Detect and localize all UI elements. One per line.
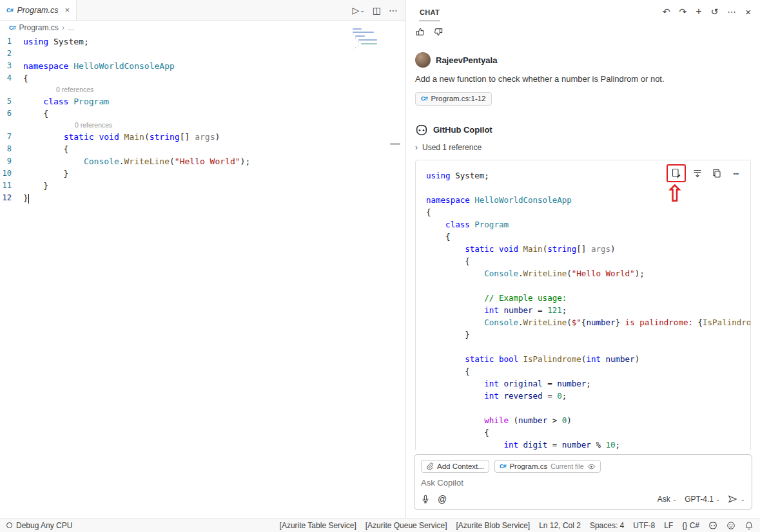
insert-at-cursor-icon[interactable] <box>690 166 705 180</box>
breadcrumb-separator: › <box>62 23 64 32</box>
mention-icon[interactable]: @ <box>438 494 447 504</box>
history-icon[interactable]: ↺ <box>711 7 719 16</box>
references-label: Used 1 reference <box>422 143 482 152</box>
breadcrumb-file[interactable]: Program.cs <box>19 23 59 32</box>
csharp-file-icon: C# <box>9 24 16 31</box>
breadcrumb-symbol[interactable]: ... <box>68 23 74 32</box>
send-icon <box>728 495 738 504</box>
code-line: int reversed = 0; <box>426 390 740 402</box>
add-context-button[interactable]: Add Context... <box>421 460 489 473</box>
chat-input-box[interactable]: Add Context... C# Program.cs Current fil… <box>414 454 752 510</box>
line-number: 11 <box>0 180 23 192</box>
references-toggle[interactable]: › Used 1 reference <box>415 143 751 152</box>
minimap[interactable] <box>353 28 378 51</box>
code-line: 5 class Program <box>0 95 405 108</box>
microphone-icon[interactable] <box>421 495 430 504</box>
code-line: static void Main(string[] args) <box>426 243 740 255</box>
annotation-box <box>667 164 686 182</box>
user-message-text: Add a new function to check whether a nu… <box>415 74 751 84</box>
tab-close-icon[interactable]: × <box>64 5 70 15</box>
code-line: { <box>426 255 740 267</box>
code-line: int digit = number % 10; <box>426 439 740 451</box>
run-chevron-icon: ⌄ <box>360 7 365 14</box>
chat-pane: CHAT ↶ ↷ + ↺ ⋯ × <box>406 0 760 518</box>
split-editor-icon[interactable]: ◫ <box>373 5 381 15</box>
feedback-icon[interactable] <box>726 521 736 530</box>
thumbs-down-icon[interactable] <box>434 27 443 37</box>
csharp-file-icon: C# <box>500 463 507 470</box>
redo-icon[interactable]: ↷ <box>679 7 687 16</box>
code-line <box>426 280 740 292</box>
paperclip-icon <box>426 462 434 470</box>
editor-actions: ▷ ⌄ ◫ ⋯ <box>352 0 405 20</box>
main-area: C# Program.cs × ▷ ⌄ ◫ ⋯ C# Program.cs › … <box>0 0 760 518</box>
input-chips-row: Add Context... C# Program.cs Current fil… <box>421 460 745 473</box>
code-block-more-icon[interactable]: ⋯ <box>728 166 744 180</box>
copilot-message-header: GitHub Copilot <box>415 124 751 137</box>
editor-code-area[interactable]: 1using System;23namespace HelloWorldCons… <box>0 34 405 518</box>
debug-target-icon <box>6 522 12 528</box>
code-block-toolbar: ⋯ <box>667 164 744 182</box>
current-file-chip[interactable]: C# Program.cs Current file <box>494 460 601 473</box>
code-line: { <box>426 426 740 439</box>
thumbs-up-icon[interactable] <box>415 27 425 37</box>
user-avatar <box>415 52 431 68</box>
mode-label: Ask <box>658 495 670 504</box>
line-number: 2 <box>0 48 23 60</box>
eye-icon[interactable] <box>587 462 596 471</box>
run-button[interactable]: ▷ ⌄ <box>352 5 364 15</box>
chat-close-icon[interactable]: × <box>745 7 751 17</box>
new-chat-icon[interactable]: + <box>696 6 701 17</box>
code-line: 7 static void Main(string[] args) <box>0 131 405 143</box>
bell-icon[interactable] <box>745 521 754 530</box>
mode-picker[interactable]: Ask ⌄ <box>658 495 677 504</box>
vscode-window: C# Program.cs × ▷ ⌄ ◫ ⋯ C# Program.cs › … <box>0 0 760 532</box>
status-indentation[interactable]: Spaces: 4 <box>590 521 624 530</box>
chat-input-field[interactable]: Ask Copilot <box>421 478 745 488</box>
user-name: RajeevPentyala <box>436 55 497 65</box>
user-message-header: RajeevPentyala <box>415 52 751 68</box>
line-number: 1 <box>0 35 23 48</box>
tab-program-cs[interactable]: C# Program.cs × <box>0 0 77 20</box>
line-number: 9 <box>0 155 23 167</box>
chat-more-icon[interactable]: ⋯ <box>727 7 736 16</box>
apply-in-editor-icon[interactable] <box>668 166 684 180</box>
line-number: 10 <box>0 167 23 180</box>
status-cursor-position[interactable]: Ln 12, Col 2 <box>539 521 581 530</box>
chat-tab[interactable]: CHAT <box>419 3 440 21</box>
code-line: 8 { <box>0 143 405 155</box>
attachment-chip[interactable]: C# Program.cs:1-12 <box>415 92 492 106</box>
model-picker[interactable]: GPT-4.1 ⌄ <box>685 495 720 504</box>
codelens-references[interactable]: 0 references <box>35 84 405 95</box>
copilot-icon <box>415 124 428 137</box>
copilot-status-icon[interactable] <box>708 521 717 530</box>
run-icon: ▷ <box>352 5 359 15</box>
status-eol[interactable]: LF <box>664 521 673 530</box>
editor-more-icon[interactable]: ⋯ <box>389 5 398 15</box>
send-button[interactable]: ⌄ <box>728 495 745 504</box>
codelens-references[interactable]: 0 references <box>35 120 405 131</box>
code-line: 12} <box>0 192 405 204</box>
code-line: 9 Console.WriteLine("Hello World"); <box>0 155 405 167</box>
debug-target-label: Debug Any CPU <box>16 521 72 530</box>
status-azurite-blob[interactable]: [Azurite Blob Service] <box>456 521 530 530</box>
chat-header: CHAT ↶ ↷ + ↺ ⋯ × <box>406 0 760 23</box>
debug-target-button[interactable]: Debug Any CPU <box>6 521 72 530</box>
status-bar: Debug Any CPU [Azurite Table Service] [A… <box>0 518 760 532</box>
status-azurite-table[interactable]: [Azurite Table Service] <box>280 521 356 530</box>
copy-icon[interactable] <box>709 166 725 180</box>
scrollbar-handle[interactable] <box>390 143 400 145</box>
line-number: 12 <box>0 192 23 204</box>
undo-icon[interactable]: ↶ <box>663 7 670 16</box>
status-azurite-queue[interactable]: [Azurite Queue Service] <box>365 521 447 530</box>
tab-label: Program.cs <box>17 6 59 15</box>
current-file-label: Program.cs <box>509 462 547 470</box>
status-language-mode[interactable]: {} C# <box>682 521 699 530</box>
csharp-file-icon: C# <box>6 7 14 14</box>
editor-tab-bar: C# Program.cs × ▷ ⌄ ◫ ⋯ <box>0 0 405 21</box>
status-encoding[interactable]: UTF-8 <box>633 521 655 530</box>
chevron-down-icon: ⌄ <box>716 496 721 502</box>
breadcrumb: C# Program.cs › ... <box>0 21 405 34</box>
status-right: [Azurite Table Service] [Azurite Queue S… <box>280 521 754 530</box>
code-line: Console.WriteLine($"{number} is palindro… <box>426 316 740 328</box>
